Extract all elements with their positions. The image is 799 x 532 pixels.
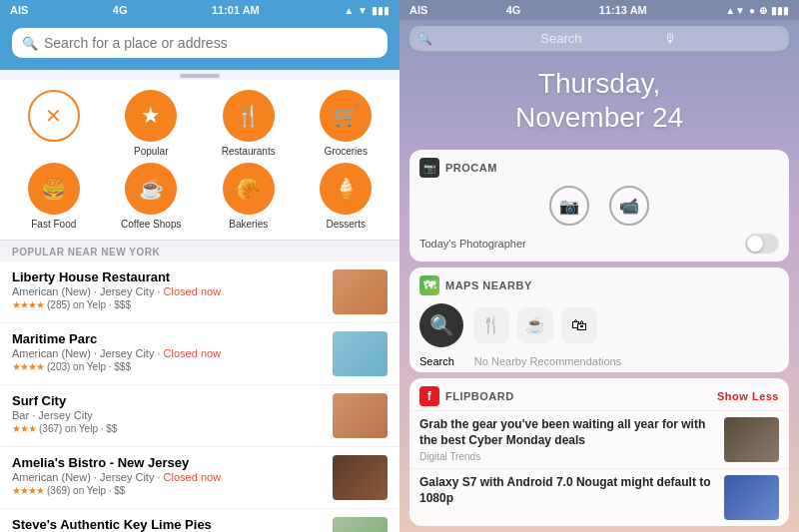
maps-search-button[interactable]: 🔍 bbox=[419, 303, 463, 347]
time-right: 11:13 AM bbox=[599, 4, 647, 16]
category-clear[interactable]: ✕ bbox=[8, 90, 100, 157]
maps-icon: 🗺 bbox=[419, 275, 439, 295]
video-button[interactable]: 📹 bbox=[609, 186, 649, 226]
category-fastfood[interactable]: 🍔 Fast Food bbox=[8, 163, 100, 230]
list-item[interactable]: Liberty House Restaurant American (New) … bbox=[0, 262, 400, 323]
closed-badge-1: Closed now bbox=[164, 285, 221, 297]
procam-footer: Today's Photographer bbox=[409, 230, 789, 262]
groceries-circle: 🛒 bbox=[320, 90, 372, 142]
news-text-1: Grab the gear you've been waiting all ye… bbox=[419, 417, 716, 462]
maps-actions: 🔍 🍴 ☕ 🛍 bbox=[409, 299, 789, 355]
stars-2: ★★★★ bbox=[12, 361, 44, 372]
wifi-icon: ▼ bbox=[358, 5, 368, 16]
procam-footer-label: Today's Photographer bbox=[419, 238, 526, 250]
network-left: 4G bbox=[113, 4, 128, 16]
list-item[interactable]: Steve's Authentic Key Lime Pies bbox=[0, 509, 400, 532]
search-input-left[interactable] bbox=[44, 35, 378, 51]
status-icons-left: ▲ ▼ ▮▮▮ bbox=[344, 5, 390, 16]
stars-1: ★★★★ bbox=[12, 299, 44, 310]
groceries-icon: 🛒 bbox=[334, 104, 359, 128]
microphone-icon: 🎙 bbox=[664, 31, 781, 46]
battery-icon-right: ▮▮▮ bbox=[771, 5, 789, 16]
restaurant-rating-1: ★★★★ (285) on Yelp · $$$ bbox=[12, 299, 325, 310]
fastfood-circle: 🍔 bbox=[28, 163, 80, 215]
bluetooth-icon: ⊕ bbox=[759, 5, 767, 16]
date-text: Thursday, November 24 bbox=[400, 67, 799, 134]
desserts-circle: 🍦 bbox=[320, 163, 372, 215]
news-item-1[interactable]: Grab the gear you've been waiting all ye… bbox=[409, 410, 789, 468]
restaurant-info-4: Amelia's Bistro - New Jersey American (N… bbox=[12, 455, 325, 496]
category-desserts[interactable]: 🍦 Desserts bbox=[301, 163, 393, 230]
category-label-bakeries: Bakeries bbox=[229, 219, 268, 230]
maps-category-buttons: 🍴 ☕ 🛍 bbox=[473, 307, 597, 343]
category-label-desserts: Desserts bbox=[327, 219, 366, 230]
category-bakeries[interactable]: 🥐 Bakeries bbox=[203, 163, 295, 230]
maps-restaurant-button[interactable]: 🍴 bbox=[473, 307, 509, 343]
maps-header: 🗺 MAPS NEARBY bbox=[409, 267, 789, 299]
category-popular[interactable]: ★ Popular bbox=[106, 90, 198, 157]
restaurant-name-3: Surf City bbox=[12, 393, 325, 408]
review-count-4: (369) on Yelp · $$ bbox=[47, 485, 125, 496]
search-bar-right[interactable]: 🔍 Search 🎙 bbox=[409, 26, 789, 51]
list-item[interactable]: Maritime Parc American (New) · Jersey Ci… bbox=[0, 323, 400, 385]
coffee-icon: ☕ bbox=[139, 177, 164, 201]
restaurant-thumb-5 bbox=[333, 517, 388, 532]
restaurant-info-2: Maritime Parc American (New) · Jersey Ci… bbox=[12, 331, 325, 372]
review-count-3: (367) on Yelp · $$ bbox=[39, 423, 117, 434]
flipboard-header-left: f FLIPBOARD bbox=[419, 386, 514, 406]
procam-controls: 📷 📹 bbox=[409, 182, 789, 230]
review-count-2: (203) on Yelp · $$$ bbox=[47, 361, 131, 372]
search-container: 🔍 bbox=[0, 20, 400, 70]
drag-indicator bbox=[180, 74, 220, 78]
flipboard-title: FLIPBOARD bbox=[445, 390, 514, 402]
restaurant-info-1: Liberty House Restaurant American (New) … bbox=[12, 269, 325, 310]
search-placeholder-right: Search bbox=[540, 31, 657, 46]
bakeries-icon: 🥐 bbox=[236, 177, 261, 201]
status-bar-left: AIS 4G 11:01 AM ▲ ▼ ▮▮▮ bbox=[0, 0, 400, 20]
signal-icon: ▲ bbox=[344, 5, 354, 16]
news-item-2[interactable]: Galaxy S7 with Android 7.0 Nougat might … bbox=[409, 468, 789, 526]
right-phone-content: AIS 4G 11:13 AM ▲▼ ● ⊕ ▮▮▮ 🔍 Search 🎙 Th… bbox=[400, 0, 799, 532]
restaurant-type-4: American (New) · Jersey City · Closed no… bbox=[12, 471, 325, 483]
photo-button[interactable]: 📷 bbox=[549, 186, 589, 226]
restaurant-name-4: Amelia's Bistro - New Jersey bbox=[12, 455, 325, 470]
stars-4: ★★★★ bbox=[12, 485, 44, 496]
carrier-right: AIS bbox=[409, 4, 427, 16]
list-item[interactable]: Amelia's Bistro - New Jersey American (N… bbox=[0, 447, 400, 509]
restaurant-name-2: Maritime Parc bbox=[12, 331, 325, 346]
popular-icon: ★ bbox=[141, 103, 161, 129]
restaurant-info-5: Steve's Authentic Key Lime Pies bbox=[12, 517, 325, 532]
left-phone: AIS 4G 11:01 AM ▲ ▼ ▮▮▮ 🔍 ✕ ★ Popular bbox=[0, 0, 400, 532]
date-line2: November 24 bbox=[400, 101, 799, 135]
category-label-restaurants: Restaurants bbox=[222, 146, 276, 157]
flipboard-icon: f bbox=[419, 386, 439, 406]
procam-toggle[interactable] bbox=[745, 234, 779, 254]
clear-circle: ✕ bbox=[28, 90, 80, 142]
category-restaurants[interactable]: 🍴 Restaurants bbox=[203, 90, 295, 157]
news-thumb-1 bbox=[724, 417, 779, 462]
search-bar-left[interactable]: 🔍 bbox=[12, 28, 388, 58]
search-icon-right: 🔍 bbox=[417, 32, 534, 46]
coffee-circle: ☕ bbox=[125, 163, 177, 215]
restaurant-thumb-1 bbox=[333, 269, 388, 314]
category-label-groceries: Groceries bbox=[325, 146, 368, 157]
maps-shopping-button[interactable]: 🛍 bbox=[561, 307, 597, 343]
restaurant-name-1: Liberty House Restaurant bbox=[12, 269, 325, 284]
restaurant-info-3: Surf City Bar · Jersey City ★★★ (367) on… bbox=[12, 393, 325, 434]
right-phone: AIS 4G 11:13 AM ▲▼ ● ⊕ ▮▮▮ 🔍 Search 🎙 Th… bbox=[400, 0, 799, 532]
news-source-1: Digital Trends bbox=[419, 451, 716, 462]
closed-badge-4: Closed now bbox=[164, 471, 221, 483]
list-item[interactable]: Surf City Bar · Jersey City ★★★ (367) on… bbox=[0, 385, 400, 447]
date-display: Thursday, November 24 bbox=[400, 57, 799, 150]
news-text-2: Galaxy S7 with Android 7.0 Nougat might … bbox=[419, 475, 716, 520]
status-bar-right: AIS 4G 11:13 AM ▲▼ ● ⊕ ▮▮▮ bbox=[400, 0, 799, 20]
category-groceries[interactable]: 🛒 Groceries bbox=[301, 90, 393, 157]
section-header: POPULAR NEAR NEW YORK bbox=[0, 241, 400, 262]
categories-grid: ✕ ★ Popular 🍴 Restaurants 🛒 Groceries 🍔 bbox=[0, 80, 400, 241]
show-less-button[interactable]: Show Less bbox=[717, 390, 779, 402]
restaurant-type-1: American (New) · Jersey City · Closed no… bbox=[12, 285, 325, 297]
maps-coffee-button[interactable]: ☕ bbox=[517, 307, 553, 343]
maps-search-label: Search bbox=[419, 355, 454, 367]
category-coffee[interactable]: ☕ Coffee Shops bbox=[106, 163, 198, 230]
carrier-left: AIS bbox=[10, 4, 28, 16]
